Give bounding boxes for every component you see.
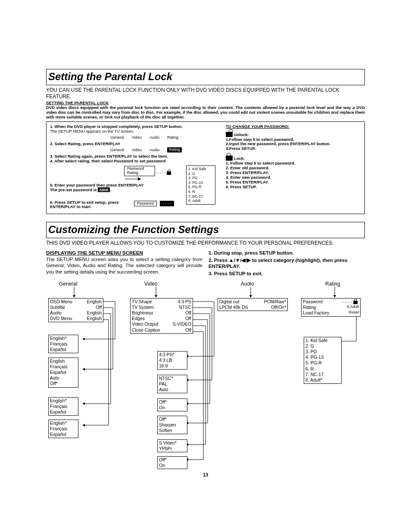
unlock-icon <box>226 132 233 137</box>
step2: 2. Select Rating, press ENTER/PLAY <box>50 142 215 146</box>
lock-icon <box>353 301 358 304</box>
rating-list-small: 1. Kid Safe 2. G 3. PG 4. PG-13 5. PG-R … <box>186 165 215 205</box>
lock-icon <box>167 171 171 175</box>
general-box: OSD MenuEnglish SubtitleOff AudioEnglish… <box>48 298 103 323</box>
section2-title: Customizing the Function Settings <box>46 222 365 238</box>
change-pw-heading: TO CHANGE YOUR PASSWORD: <box>226 124 361 129</box>
settings-tree: General Video Audio Rating OSD MenuEngli… <box>46 281 365 466</box>
step1a: 1. When the DVD player is stopped comple… <box>50 124 215 129</box>
lock-icon <box>226 156 233 161</box>
section1-intro: YOU CAN USE THE PARENTAL LOCK FUNCTION O… <box>46 87 365 100</box>
step4: 4. After select rating, then select Pass… <box>50 159 215 164</box>
section1-title: Setting the Parental Lock <box>46 69 365 85</box>
rating-opts: 1. Kid Safe 2. G 3. PG 4. PG-13 5. PG-R … <box>304 337 342 384</box>
setup-menu-desc: The SETUP MENU screen asks you to select… <box>46 256 202 275</box>
section1-desc: DVD video discs equipped with the parent… <box>46 106 365 120</box>
page-number: 13 <box>46 472 365 478</box>
parental-box: 1. When the DVD player is stopped comple… <box>46 121 365 215</box>
step1b: The SETUP MENU appears on the TV screen. <box>50 129 215 134</box>
section2-intro: THIS DVD VIDEO PLAYER ALLOWS YOU TO CUST… <box>46 240 365 246</box>
audio-box: Digital outPCM/Raw* LPCM 48k DSOff/On* <box>218 298 288 311</box>
tabs-row1: General Video Audio Rating <box>110 135 215 140</box>
tabs-row2: General Video Audio Rating <box>110 147 215 152</box>
video-box: TV Shape4:3 PS TV SystemNTSC BrightnessO… <box>130 298 193 334</box>
rating-box: Password- - - - Rating8.Adult Load Facto… <box>301 298 361 317</box>
setup-menu-heading: DISPLAYING THE SETUP MENU SCREEN <box>46 250 202 256</box>
